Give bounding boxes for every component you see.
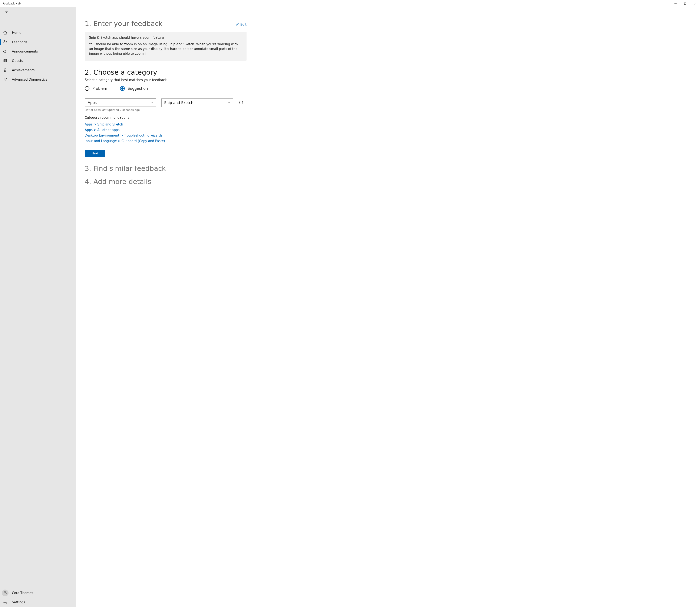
refresh-icon: [239, 100, 243, 105]
sidebar-item-user[interactable]: Cora Thomas: [0, 588, 76, 598]
feedback-body: You should be able to zoom in on an imag…: [89, 42, 242, 56]
megaphone-icon: [3, 49, 7, 54]
sidebar-item-advanced-diagnostics[interactable]: Advanced Diagnostics: [0, 75, 76, 84]
home-icon: [3, 30, 7, 35]
svg-point-7: [4, 591, 6, 592]
chevron-down-icon: [227, 101, 231, 105]
sidebar-item-feedback[interactable]: Feedback: [0, 38, 76, 47]
sidebar-item-home[interactable]: Home: [0, 28, 76, 38]
window-controls: [671, 0, 700, 7]
category-rec-link[interactable]: Apps > Snip and Sketch: [85, 123, 246, 126]
sidebar-item-label: Announcements: [12, 49, 38, 54]
step3-title: 3. Find similar feedback: [85, 164, 246, 172]
category-combo[interactable]: Apps: [85, 99, 156, 107]
titlebar: Feedback Hub: [0, 0, 700, 7]
map-icon: [3, 59, 7, 63]
sidebar-item-announcements[interactable]: Announcements: [0, 47, 76, 56]
arrow-left-icon: [5, 9, 9, 15]
hamburger-icon: [5, 20, 9, 24]
radio-suggestion[interactable]: Suggestion: [120, 86, 148, 91]
maximize-button[interactable]: [680, 0, 690, 7]
hamburger-button[interactable]: [3, 18, 11, 26]
sidebar-item-label: Advanced Diagnostics: [12, 78, 47, 81]
step4-title: 4. Add more details: [85, 177, 246, 186]
feedback-type-radio-group: Problem Suggestion: [85, 86, 246, 91]
sidebar-item-label: Settings: [12, 601, 25, 604]
user-name: Cora Thomas: [12, 591, 33, 595]
svg-rect-0: [684, 3, 686, 4]
sidebar-item-quests[interactable]: Quests: [0, 56, 76, 65]
radio-label: Problem: [93, 86, 107, 90]
back-button[interactable]: [3, 8, 11, 16]
subcategory-combo-value: Snip and Sketch: [164, 101, 193, 105]
subcategory-combo[interactable]: Snip and Sketch: [161, 99, 233, 107]
user-icon: [3, 591, 7, 595]
step2-title: 2. Choose a category: [85, 68, 246, 76]
sidebar-item-label: Achievements: [12, 68, 35, 72]
edit-link[interactable]: Edit: [236, 23, 246, 27]
radio-ring-icon: [85, 86, 89, 91]
category-rec-link[interactable]: Desktop Environment > Troubleshooting wi…: [85, 133, 246, 138]
chevron-down-icon: [151, 101, 154, 105]
svg-point-2: [6, 41, 6, 42]
sidebar-item-label: Quests: [12, 59, 23, 63]
edit-label: Edit: [240, 23, 246, 26]
step2-subhead: Select a category that best matches your…: [85, 78, 246, 82]
refresh-button[interactable]: [238, 100, 244, 106]
minimize-button[interactable]: [671, 0, 680, 7]
sidebar: Home Feedback Announcements Quests: [0, 7, 76, 607]
category-rec-link[interactable]: Apps > All other apps: [85, 128, 246, 132]
sidebar-item-achievements[interactable]: Achievements: [0, 65, 76, 75]
sliders-icon: [3, 78, 7, 82]
radio-ring-icon: [120, 86, 125, 91]
pencil-icon: [236, 23, 239, 27]
svg-point-8: [5, 602, 6, 603]
next-button[interactable]: Next: [85, 150, 105, 157]
category-rec-link[interactable]: Input and Language > Clipboard (Copy and…: [85, 139, 246, 143]
sidebar-item-label: Feedback: [12, 40, 27, 44]
feedback-icon: [3, 40, 7, 44]
radio-label: Suggestion: [128, 86, 148, 90]
svg-point-1: [4, 41, 5, 42]
step1-title: 1. Enter your feedback: [85, 20, 163, 28]
close-button[interactable]: [690, 0, 700, 7]
category-combo-value: Apps: [88, 101, 97, 105]
award-icon: [3, 68, 7, 72]
radio-problem[interactable]: Problem: [85, 86, 107, 91]
feedback-title: Snip & Sketch app should have a zoom fea…: [89, 36, 242, 40]
avatar: [2, 590, 8, 596]
window-title: Feedback Hub: [3, 2, 671, 5]
sidebar-item-settings[interactable]: Settings: [0, 598, 76, 607]
feedback-summary-box: Snip & Sketch app should have a zoom fea…: [85, 32, 246, 61]
sidebar-item-label: Home: [12, 31, 21, 35]
main-content: 1. Enter your feedback Edit Snip & Sketc…: [76, 7, 700, 607]
svg-point-3: [4, 69, 6, 70]
gear-icon: [3, 600, 7, 604]
update-note: List of apps last updated 2 seconds ago: [85, 108, 246, 111]
category-recs-title: Category recommendations: [85, 116, 246, 120]
